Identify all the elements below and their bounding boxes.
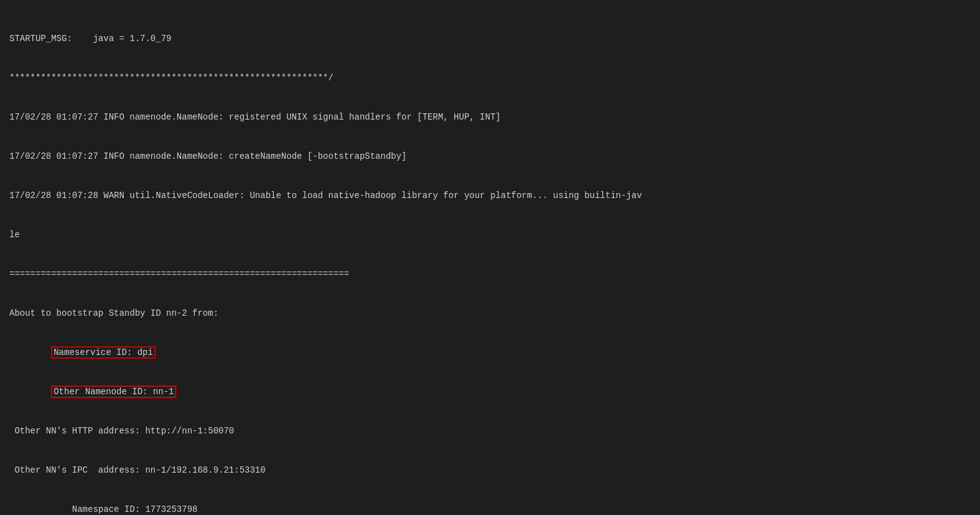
- line-startup: STARTUP_MSG: java = 1.7.0_79: [9, 32, 971, 45]
- line-ipc: Other NN's IPC address: nn-1/192.168.9.2…: [9, 464, 971, 477]
- line-about: About to bootstrap Standby ID nn-2 from:: [9, 307, 971, 320]
- line-nameservice: Nameservice ID: dpi: [9, 346, 971, 359]
- terminal-window: STARTUP_MSG: java = 1.7.0_79 ***********…: [0, 0, 980, 515]
- line-warn2: le: [9, 229, 971, 242]
- other-namenode-highlight: Other Namenode ID: nn-1: [51, 385, 176, 398]
- nameservice-highlight: Nameservice ID: dpi: [51, 346, 156, 359]
- line-namespace: Namespace ID: 1773253798: [9, 503, 971, 515]
- line-http: Other NN's HTTP address: http://nn-1:500…: [9, 425, 971, 438]
- line-info2: 17/02/28 01:07:27 INFO namenode.NameNode…: [9, 150, 971, 163]
- line-other-namenode: Other Namenode ID: nn-1: [9, 385, 971, 399]
- line-warn1: 17/02/28 01:07:28 WARN util.NativeCodeLo…: [9, 189, 971, 202]
- line-sep1: ========================================…: [9, 268, 971, 281]
- line-info1: 17/02/28 01:07:27 INFO namenode.NameNode…: [9, 111, 971, 124]
- line-stars1: ****************************************…: [9, 72, 971, 85]
